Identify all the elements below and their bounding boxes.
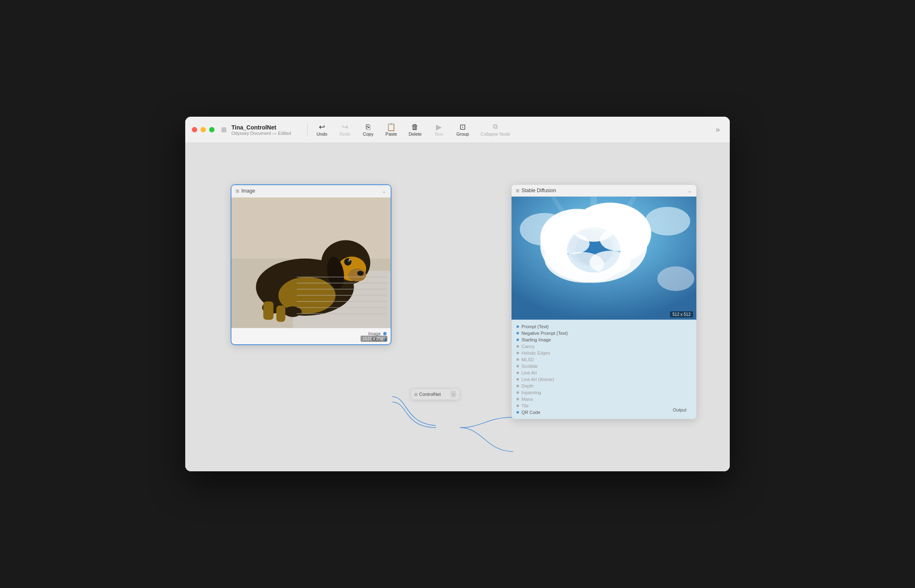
param-prompt-dot [516,325,519,328]
param-lineart-anime-dot [516,378,519,381]
copy-label: Copy [363,132,373,136]
param-inpainting-label: Inpainting [521,390,541,395]
redo-label: Redo [340,132,350,136]
param-lineart-dot [516,372,519,374]
dog-image-svg [231,197,391,329]
param-negative-prompt: Negative Prompt (Text) [516,330,691,336]
undo-button[interactable]: ↩ Undo [311,121,333,139]
image-node-expand-icon[interactable]: ⌄ [382,188,387,194]
param-scribble-dot [516,365,519,367]
paste-icon: 📋 [387,123,396,131]
group-button[interactable]: ⊡ Group [451,121,474,139]
copy-button[interactable]: ⎘ Copy [357,121,379,139]
group-icon: ⊡ [460,123,466,131]
delete-icon: 🗑 [411,123,419,131]
sd-output-label: Output [673,407,686,412]
image-output-dot [383,332,387,335]
delete-button[interactable]: 🗑 Delete [403,121,427,139]
document-title: Tina_ControlNet [231,124,291,131]
param-scribble-label: Scribble [521,364,538,369]
redo-icon: ↪ [342,123,348,131]
delete-label: Delete [408,132,422,136]
toolbar-right: » [712,124,723,136]
title-section: Tina_ControlNet Odyssey Document — Edite… [231,124,291,136]
toolbar-separator [307,123,308,136]
param-mlsd-dot [516,358,519,361]
param-lineart-label: Line Art [521,370,537,375]
param-holistic-label: Holistic Edges [521,350,550,355]
param-scribble: Scribble [516,363,691,369]
controlnet-title-label: ControlNet [419,392,441,397]
collapse-node-button[interactable]: ⧉ Collapse Node [476,120,515,139]
param-qrcode-label: QR Code [521,410,540,415]
param-holistic: Holistic Edges [516,350,691,356]
param-depth-dot [516,385,519,387]
run-button[interactable]: ▶ Run [428,121,450,139]
svg-point-11 [349,259,351,261]
maximize-button[interactable] [209,127,215,132]
svg-point-9 [344,258,351,266]
canvas-area[interactable]: ⊞ Image ⌄ [185,143,730,471]
minimize-button[interactable] [200,127,206,132]
param-mlsd-label: MLSD [521,357,534,362]
sd-node-expand-icon[interactable]: ⌄ [687,187,692,194]
param-inpainting-dot [516,391,519,394]
chevron-right-icon[interactable]: » [712,124,723,136]
svg-point-39 [590,251,631,274]
sd-params-panel: Prompt (Text) Negative Prompt (Text) Sta… [512,320,696,419]
svg-rect-23 [276,306,285,322]
image-node-content: 1537 x 2049 [231,197,391,329]
param-lineart: Line Art [516,369,691,376]
param-inpainting: Inpainting [516,389,691,396]
param-tile: Tile [516,402,691,409]
svg-point-7 [348,268,366,282]
paste-button[interactable]: 📋 Paste [380,121,402,139]
param-depth: Depth [516,383,691,389]
param-tile-label: Tile [521,403,528,408]
sd-node-title: ⊞ Stable Diffusion [516,188,556,193]
param-lineart-anime: Line Art (Anime) [516,376,691,383]
param-tile-dot [516,405,519,407]
redo-button[interactable]: ↪ Redo [334,121,356,139]
param-holistic-dot [516,352,519,354]
document-subtitle: Odyssey Document — Edited [231,131,291,136]
controlnet-node[interactable]: ⊞ ControlNet › [410,388,460,400]
toolbar-actions: ↩ Undo ↪ Redo ⎘ Copy 📋 Paste 🗑 Delete ▶ [311,120,712,139]
sidebar-toggle-icon[interactable]: ⊞ [221,126,226,134]
param-starting-label: Starting Image [521,337,551,342]
copy-icon: ⎘ [366,123,370,131]
sd-node-title-label: Stable Diffusion [521,188,556,193]
close-button[interactable] [192,127,197,132]
stable-diffusion-node[interactable]: ⊞ Stable Diffusion ⌄ [511,184,697,419]
cloud-image-svg [512,196,696,320]
traffic-lights [192,127,215,132]
collapse-icon: ⧉ [493,123,498,130]
image-node[interactable]: ⊞ Image ⌄ [231,184,391,345]
undo-label: Undo [316,132,327,136]
paste-label: Paste [385,132,397,136]
param-mana-label: Mana [521,397,533,402]
sd-node-image: 512 x 512 [512,196,696,320]
run-label: Run [435,132,443,136]
controlnet-title: ⊞ ControlNet [414,392,441,397]
undo-icon: ↩ [319,123,325,131]
controlnet-node-header: ⊞ ControlNet › [411,389,460,400]
param-depth-label: Depth [521,383,533,388]
svg-point-26 [645,207,691,236]
param-canny-label: Canny [521,344,535,349]
svg-point-8 [357,271,364,276]
svg-rect-22 [263,301,274,320]
controlnet-icon: ⊞ [414,392,417,397]
sd-node-header: ⊞ Stable Diffusion ⌄ [512,185,696,196]
run-icon: ▶ [436,123,442,131]
image-node-header: ⊞ Image ⌄ [231,185,391,197]
collapse-label: Collapse Node [481,132,510,136]
param-negative-label: Negative Prompt (Text) [521,331,568,336]
param-mana: Mana [516,396,691,402]
controlnet-arrow-icon[interactable]: › [450,391,456,397]
param-starting-image: Starting Image [516,336,691,343]
param-starting-dot [516,339,519,341]
cloud-dimensions-badge: 512 x 512 [670,311,693,318]
param-mana-dot [516,398,519,400]
group-label: Group [456,132,469,136]
